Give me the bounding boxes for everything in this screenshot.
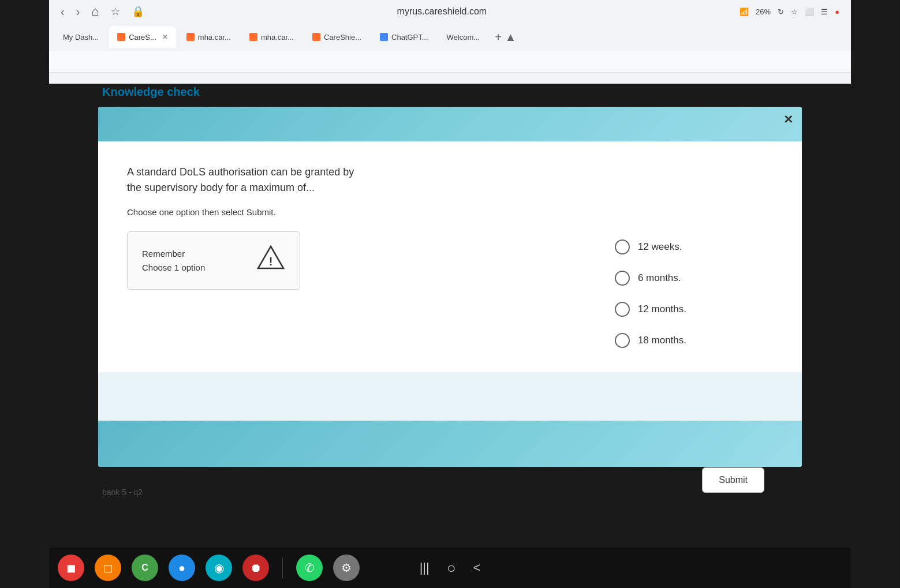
tab-mha2-label: mha.car... [261,33,294,42]
app-icon-8[interactable]: ⚙ [333,555,360,581]
left-edge [0,0,49,588]
new-tab-button[interactable]: + ▲ [490,31,521,44]
app-dock: ⠿⠿⠿ ◼ ◻ C ● ◉ ⏺ ✆ ⚙ [23,555,360,581]
tab-mha2[interactable]: mha.car... [241,26,302,48]
option-12months[interactable]: 12 months. [615,302,686,317]
tab-chatgpt-favicon [380,33,388,41]
back-arrow[interactable]: ‹ [61,5,65,18]
tab-bar: My Dash... CareS... ✕ mha.car... mha.car… [49,23,851,51]
tab-dash[interactable]: My Dash... [55,26,107,48]
signal-icon: 📶 [740,8,749,16]
nav-divider [282,558,283,578]
option-18months-label: 18 months. [638,335,686,346]
nav-controls: ‹ › ⌂ ☆ 🔒 [61,4,144,19]
knowledge-check-label: Knowledge check [102,85,200,99]
tab-chatgpt-label: ChatGPT... [391,33,428,42]
app-icon-2[interactable]: ◻ [95,555,121,581]
radio-18months[interactable] [615,333,630,348]
option-12weeks-label: 12 weeks. [638,241,682,253]
home-icon[interactable]: ⌂ [91,4,99,19]
option-6months-label: 6 months. [638,272,681,284]
android-nav-bar: ⠿⠿⠿ ◼ ◻ C ● ◉ ⏺ ✆ ⚙ ||| ○ < [0,548,900,588]
tab-cares-favicon [117,33,125,41]
tab-mha2-favicon [249,33,257,41]
tab-mha1[interactable]: mha.car... [178,26,239,48]
app-icon-6[interactable]: ⏺ [242,555,269,581]
app-icon-3[interactable]: C [132,555,158,581]
radio-12months[interactable] [615,302,630,317]
app-icon-7[interactable]: ✆ [296,555,323,581]
tab-mha1-label: mha.car... [198,33,231,42]
bookmark-icon[interactable]: ☆ [791,8,798,16]
option-6months[interactable]: 6 months. [615,271,686,286]
close-button[interactable]: ✕ [783,113,793,126]
submit-button[interactable]: Submit [702,467,764,493]
star-icon[interactable]: ☆ [111,5,120,18]
radio-6months[interactable] [615,271,630,286]
main-content-area: A standard DoLS authorisation can be gra… [98,107,802,467]
tab-close-icon[interactable]: ✕ [162,33,168,41]
warning-box: Remember Choose 1 option ! [127,231,300,290]
tab-careshie[interactable]: CareShie... [304,26,369,48]
android-back-btn[interactable]: < [473,560,481,575]
warning-text: Remember Choose 1 option [142,247,205,275]
tab-welcom[interactable]: Welcom... [439,26,488,48]
signal-text: 26% [756,8,771,16]
tab-welcom-label: Welcom... [447,33,480,42]
android-lines-btn[interactable]: ||| [420,560,430,575]
lock-icon: 🔒 [132,5,144,18]
bank-label: bank 5 - q2 [102,488,143,497]
warning-line2: Choose 1 option [142,263,205,272]
android-nav-center: ||| ○ < [420,559,481,577]
warning-line1: Remember [142,249,185,259]
url-text: myrus.careshield.com [397,6,487,16]
tab-dash-label: My Dash... [63,33,99,42]
tab-careshie-label: CareShie... [324,33,361,42]
bookmarks-bar [49,51,851,73]
refresh-icon[interactable]: ↻ [778,8,784,16]
android-home-btn[interactable]: ○ [447,559,456,577]
forward-arrow[interactable]: › [76,5,80,18]
teal-footer-strip [98,421,802,467]
tab-careshie-favicon [312,33,320,41]
app-icon-5[interactable]: ◉ [206,555,232,581]
radio-12weeks[interactable] [615,239,630,254]
notifications-dot: ● [835,8,839,16]
tabs-icon[interactable]: ⬜ [805,8,814,16]
browser-window: ‹ › ⌂ ☆ 🔒 myrus.careshield.com 📶 26% ↻ ☆… [49,0,851,548]
menu-icon[interactable]: ☰ [821,8,828,16]
right-edge [851,0,900,588]
instruction-text: Choose one option then select Submit. [127,207,773,217]
option-18months[interactable]: 18 months. [615,333,686,348]
tab-mha1-favicon [186,33,195,41]
option-12weeks[interactable]: 12 weeks. [615,239,686,254]
options-area: 12 weeks. 6 months. 12 months. 18 months… [615,239,686,348]
warning-triangle-icon: ! [256,244,285,278]
tab-chatgpt[interactable]: ChatGPT... [372,26,436,48]
svg-text:!: ! [269,255,273,268]
browser-chrome: ‹ › ⌂ ☆ 🔒 myrus.careshield.com 📶 26% ↻ ☆… [49,0,851,84]
status-right: 📶 26% ↻ ☆ ⬜ ☰ ● [740,8,839,16]
question-text: A standard DoLS authorisation can be gra… [127,164,369,196]
app-icon-4[interactable]: ● [169,555,195,581]
tab-cares-label: CareS... [129,33,156,42]
content-panel: A standard DoLS authorisation can be gra… [98,141,802,372]
knowledge-check-text: Knowledge check [102,85,200,98]
app-icon-1[interactable]: ◼ [58,555,84,581]
url-bar[interactable]: myrus.careshield.com [144,6,740,17]
tab-cares[interactable]: CareS... ✕ [109,26,176,48]
status-bar: ‹ › ⌂ ☆ 🔒 myrus.careshield.com 📶 26% ↻ ☆… [49,0,851,23]
option-12months-label: 12 months. [638,304,686,315]
teal-header-strip [98,107,802,141]
